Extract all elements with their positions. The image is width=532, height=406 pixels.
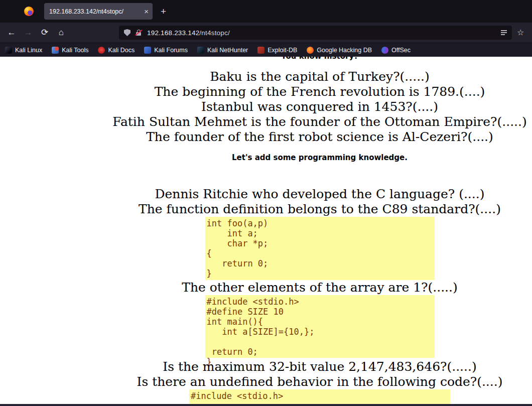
question-prog-2: The function definition belongs to the C… [0,202,532,217]
browser-window: 192.168.233.142/nt4stopc/ × + ← → ⟳ ⌂ 19… [0,0,532,406]
code-block-1: int foo(a,p) int a; char *p; { return 0;… [205,217,435,280]
bookmark-google-hacking-db[interactable]: Google Hacking DB [307,47,372,54]
bookmark-kali-linux[interactable]: Kali Linux [5,47,42,54]
question-prog-1: Dennis Ritchie who developed the C langu… [0,187,532,202]
bookmark-kali-forums[interactable]: Kali Forums [144,47,188,54]
kali-tools-icon [52,47,59,54]
bookmark-label: Kali Linux [15,47,42,54]
question-history-4: Fatih Sultan Mehmet is the founder of th… [0,114,532,129]
question-history-5: The founder of the first robot science i… [0,129,532,145]
question-prog-4: Is the maximum 32-bit value 2,147,483,64… [0,359,532,374]
bookmark-kali-tools[interactable]: Kali Tools [52,47,88,54]
tab-bar: 192.168.233.142/nt4stopc/ × + [0,0,532,23]
exploit-db-icon [257,47,264,54]
kali-forums-icon [144,47,151,54]
bookmark-kali-nethunter[interactable]: Kali NetHunter [197,47,248,54]
reload-button[interactable]: ⟳ [37,25,52,40]
offsec-icon [381,47,388,54]
question-prog-5: Is there an undefined behavior in the fo… [0,374,532,389]
bookmark-exploit-db[interactable]: Exploit-DB [257,47,297,54]
kali-docs-icon [98,47,105,54]
bottom-edge [0,404,532,406]
bookmarks-toolbar: Kali Linux Kali Tools Kali Docs Kali For… [0,43,532,57]
reader-mode-icon[interactable] [501,29,507,36]
kali-nethunter-icon [197,47,204,54]
url-bar[interactable]: 192.168.233.142/nt4stopc/ [119,26,512,40]
bookmark-label: Exploit-DB [268,47,297,54]
question-history-2: The beginning of the French revolution i… [0,84,532,99]
url-text[interactable]: 192.168.233.142/nt4stopc/ [147,29,501,37]
code-block-3: #include <stdio.h> [189,389,450,404]
bookmark-label: Google Hacking DB [317,47,372,54]
url-path: /nt4stopc/ [199,29,230,37]
bookmark-label: Kali Docs [108,47,135,54]
quiz-document: You know history? Baku is the capital of… [0,57,532,404]
tracking-protection-shield-icon[interactable] [124,29,130,36]
google-hacking-db-icon [307,47,314,54]
history-heading: You know history? [0,57,532,61]
tab-close-icon[interactable]: × [140,7,149,16]
bookmark-label: Kali Forums [154,47,188,54]
tab-title: 192.168.233.142/nt4stopc/ [49,8,140,15]
page-content[interactable]: You know history? Baku is the capital of… [0,57,532,404]
forward-button[interactable]: → [21,25,36,40]
bookmark-label: Kali NetHunter [207,47,248,54]
question-history-1: Baku is the capital of Turkey?(.....) [0,69,532,84]
bookmark-star-icon[interactable]: ☆ [517,26,524,40]
bookmark-kali-docs[interactable]: Kali Docs [98,47,135,54]
home-button[interactable]: ⌂ [54,25,69,40]
bookmark-label: Kali Tools [62,47,88,54]
kali-linux-icon [5,47,12,54]
back-button[interactable]: ← [4,25,19,40]
firefox-icon[interactable] [24,7,34,16]
programming-heading: Let's add some programming knowledge. [0,154,532,162]
bookmark-label: OffSec [391,47,411,54]
question-prog-3: The other elements of the array are 1?(.… [0,280,532,295]
insecure-connection-lock-icon[interactable] [135,29,143,37]
bookmark-offsec[interactable]: OffSec [381,47,411,54]
question-history-3: Istanbul was conquered in 1453?(....) [0,99,532,114]
code-block-2: #include <stdio.h> #define SIZE 10 int m… [205,295,435,358]
navigation-toolbar: ← → ⟳ ⌂ 192.168.233.142/nt4stopc/ ☆ [0,23,532,43]
browser-tab[interactable]: 192.168.233.142/nt4stopc/ × [44,3,153,20]
new-tab-button[interactable]: + [161,6,166,17]
url-domain: 192.168.233.142 [147,29,199,37]
